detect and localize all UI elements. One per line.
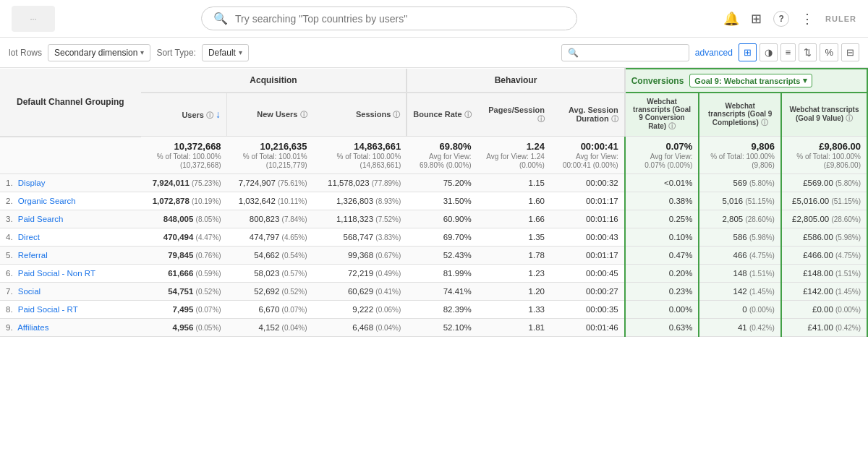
- table-row: 2. Organic Search 1,072,878 (10.19%) 1,0…: [0, 192, 867, 210]
- row-number: 4.: [6, 233, 16, 241]
- filter-search-input[interactable]: [582, 48, 683, 58]
- total-users: 10,372,668 % of Total: 100.00% (10,372,6…: [141, 137, 227, 174]
- filter-search-icon: 🔍: [568, 48, 579, 58]
- sessions-cell: 1,326,803 (8.93%): [313, 192, 407, 210]
- conv-rate-cell: <0.01%: [625, 174, 699, 192]
- completions-cell: 586 (5.98%): [699, 228, 781, 247]
- percent-view-icon[interactable]: %: [820, 43, 838, 61]
- channel-cell: 9. Affiliates: [0, 319, 141, 337]
- filter-search-box[interactable]: 🔍: [561, 44, 689, 61]
- conv-rate-cell: 0.25%: [625, 210, 699, 228]
- convrate-info-icon[interactable]: ⓘ: [668, 122, 676, 130]
- data-table-container: Default Channel Grouping Acquisition Beh…: [0, 68, 868, 337]
- completions-cell: 148 (1.51%): [699, 265, 781, 283]
- secondary-dimension-select[interactable]: Secondary dimension ▾: [48, 44, 150, 61]
- dimension-header: Default Channel Grouping: [0, 69, 141, 137]
- sessions-cell: 9,222 (0.06%): [313, 301, 407, 319]
- more-icon[interactable]: ⋮: [801, 11, 814, 27]
- channel-link[interactable]: Paid Search: [18, 215, 64, 223]
- pages-session-cell: 1.78: [477, 247, 550, 265]
- conv-rate-cell: 0.10%: [625, 228, 699, 247]
- sort-type-select[interactable]: Default ▾: [202, 44, 249, 61]
- sessions-info-icon[interactable]: ⓘ: [393, 111, 400, 119]
- logo-placeholder: ···: [12, 6, 55, 32]
- bell-icon[interactable]: 🔔: [723, 11, 739, 27]
- bounce-info-icon[interactable]: ⓘ: [464, 111, 472, 119]
- conv-rate-cell: 0.00%: [625, 301, 699, 319]
- table-row: 9. Affiliates 4,956 (0.05%) 4,152 (0.04%…: [0, 319, 867, 337]
- view-icons: ⊞ ◑ ≡ ⇅ % ⊟: [739, 43, 859, 61]
- conversions-section-header: Conversions Goal 9: Webchat transcripts …: [625, 69, 867, 93]
- completions-cell: 142 (1.45%): [699, 283, 781, 301]
- new-users-cell: 4,152 (0.04%): [227, 319, 313, 337]
- channel-link[interactable]: Direct: [18, 233, 40, 241]
- bounce-rate-cell: 81.99%: [407, 265, 477, 283]
- new-users-col-header: New Users ⓘ: [227, 93, 313, 137]
- global-search-box[interactable]: 🔍: [201, 7, 577, 30]
- conversions-label: Conversions: [631, 76, 684, 86]
- new-users-info-icon[interactable]: ⓘ: [300, 111, 307, 119]
- avgsession-info-icon[interactable]: ⓘ: [611, 115, 618, 123]
- channel-cell: 3. Paid Search: [0, 210, 141, 228]
- row-number: 2.: [6, 197, 16, 205]
- conv-rate-cell: 0.20%: [625, 265, 699, 283]
- row-number: 8.: [6, 305, 16, 314]
- avg-session-col-header: Avg. Session Duration ⓘ: [550, 93, 625, 137]
- sessions-cell: 99,368 (0.67%): [313, 247, 407, 265]
- total-value: £9,806.00 % of Total: 100.00% (£9,806.00…: [781, 137, 867, 174]
- table-row: 8. Paid Social - RT 7,495 (0.07%) 6,670 …: [0, 301, 867, 319]
- total-bounce-rate: 69.80% Avg for View: 69.80% (0.00%): [407, 137, 477, 174]
- acquisition-section-header: Acquisition: [141, 69, 407, 93]
- channel-link[interactable]: Paid Social - Non RT: [18, 269, 95, 278]
- channel-link[interactable]: Social: [18, 287, 41, 296]
- conv-rate-cell: 0.23%: [625, 283, 699, 301]
- completions-cell: 2,805 (28.60%): [699, 210, 781, 228]
- goal-dropdown-label: Goal 9: Webchat transcripts: [694, 77, 800, 85]
- value-cell: £41.00 (0.42%): [781, 319, 867, 337]
- pivot-view-icon[interactable]: ⊟: [841, 43, 859, 61]
- users-info-icon[interactable]: ⓘ: [206, 111, 213, 119]
- chevron-down-icon: ▾: [239, 48, 242, 56]
- list-view-icon[interactable]: ≡: [780, 43, 796, 61]
- total-label: [0, 137, 141, 174]
- bounce-rate-cell: 52.10%: [407, 319, 477, 337]
- avg-session-cell: 00:00:43: [550, 228, 625, 247]
- advanced-filter-button[interactable]: advanced: [695, 48, 733, 58]
- table-view-icon[interactable]: ⊞: [739, 43, 757, 61]
- value-cell: £142.00 (1.45%): [781, 283, 867, 301]
- channel-link[interactable]: Paid Social - RT: [18, 305, 78, 314]
- global-search-input[interactable]: [235, 13, 565, 25]
- row-number: 9.: [6, 323, 16, 332]
- help-icon[interactable]: ?: [773, 11, 789, 27]
- table-row: 1. Display 7,924,011 (75.23%) 7,724,907 …: [0, 174, 867, 192]
- completions-info-icon[interactable]: ⓘ: [761, 119, 768, 127]
- completions-cell: 5,016 (51.15%): [699, 192, 781, 210]
- pages-info-icon[interactable]: ⓘ: [537, 115, 545, 123]
- value-cell: £586.00 (5.98%): [781, 228, 867, 247]
- total-new-users: 10,216,635 % of Total: 100.01% (10,215,7…: [227, 137, 313, 174]
- channel-link[interactable]: Referral: [18, 251, 48, 260]
- channel-cell: 2. Organic Search: [0, 192, 141, 210]
- value-info-icon[interactable]: ⓘ: [846, 114, 853, 122]
- completions-cell: 466 (4.75%): [699, 247, 781, 265]
- search-icon: 🔍: [213, 12, 228, 25]
- compare-view-icon[interactable]: ⇅: [799, 43, 817, 61]
- avg-session-cell: 00:01:17: [550, 192, 625, 210]
- table-row: 6. Paid Social - Non RT 61,666 (0.59%) 5…: [0, 265, 867, 283]
- channel-link[interactable]: Affiliates: [17, 323, 48, 332]
- brand-logo: RULER: [825, 14, 856, 23]
- rows-label: lot Rows: [9, 48, 42, 58]
- new-users-cell: 474,797 (4.65%): [227, 228, 313, 247]
- goal-dropdown[interactable]: Goal 9: Webchat transcripts ▾: [689, 74, 812, 87]
- channel-link[interactable]: Display: [18, 179, 46, 187]
- total-conv-rate: 0.07% Avg for View: 0.07% (0.00%): [625, 137, 699, 174]
- new-users-cell: 6,670 (0.07%): [227, 301, 313, 319]
- grid-icon[interactable]: ⊞: [751, 11, 762, 27]
- users-sort-icon[interactable]: ↓: [216, 108, 221, 120]
- row-number: 7.: [6, 287, 16, 296]
- pie-view-icon[interactable]: ◑: [760, 43, 778, 61]
- bounce-rate-cell: 60.90%: [407, 210, 477, 228]
- table-row: 3. Paid Search 848,005 (8.05%) 800,823 (…: [0, 210, 867, 228]
- row-number: 3.: [6, 215, 16, 223]
- channel-link[interactable]: Organic Search: [18, 197, 76, 205]
